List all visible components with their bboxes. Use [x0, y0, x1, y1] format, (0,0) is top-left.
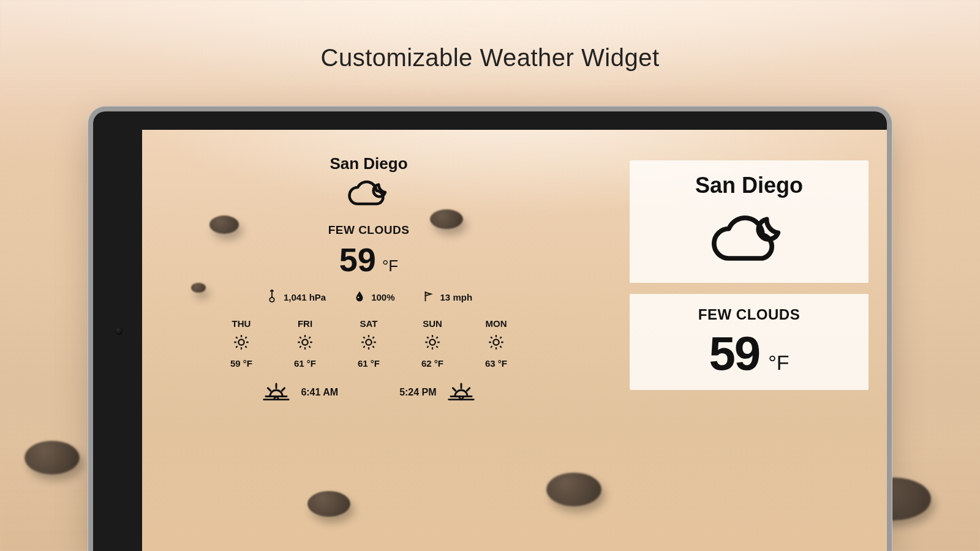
forecast-day-temp: 63 °F [485, 358, 507, 369]
forecast-day-temp: 62 °F [421, 358, 443, 369]
humidity-metric: 100% [353, 290, 394, 305]
city-name: San Diego [197, 154, 540, 173]
tablet-camera [115, 328, 123, 335]
current-temperature: 59 °F [639, 326, 859, 381]
cloud-moon-icon [639, 204, 859, 274]
temperature-unit: °F [768, 351, 789, 375]
current-temperature: 59 °F [197, 241, 540, 279]
sunrise: 6:41 AM [260, 381, 338, 404]
page-title: Customizable Weather Widget [0, 44, 980, 72]
svg-point-5 [429, 339, 435, 345]
wind-icon [422, 290, 435, 305]
cloud-moon-icon [197, 173, 540, 215]
temperature-value: 59 [339, 241, 376, 279]
tablet-frame: San Diego FEW CLOUDS 59 °F [93, 111, 887, 551]
sun-icon [296, 334, 314, 353]
card-conditions: FEW CLOUDS 59 °F [630, 294, 869, 390]
sunset-time: 5:24 PM [399, 387, 436, 398]
forecast-day-label: FRI [298, 318, 312, 329]
svg-point-6 [493, 339, 499, 345]
forecast-day-temp: 59 °F [230, 358, 252, 369]
sun-icon [233, 334, 250, 353]
sunset: 5:24 PM [399, 381, 477, 404]
sunrise-time: 6:41 AM [301, 387, 338, 398]
sun-icon [424, 334, 441, 353]
humidity-value: 100% [371, 292, 394, 302]
sunrise-icon [260, 381, 292, 404]
forecast-day-temp: 61 °F [358, 358, 380, 369]
weather-widget-transparent[interactable]: San Diego FEW CLOUDS 59 °F [197, 154, 540, 404]
city-name: San Diego [639, 173, 859, 198]
forecast-day-label: MON [486, 318, 507, 329]
svg-point-0 [270, 298, 274, 302]
tablet-screen: San Diego FEW CLOUDS 59 °F [142, 130, 887, 551]
thermometer-icon [265, 290, 279, 305]
pressure-value: 1,041 hPa [284, 292, 326, 302]
svg-point-4 [366, 339, 371, 345]
wind-value: 13 mph [440, 292, 473, 302]
forecast-day: THU 59 °F [219, 318, 264, 369]
forecast-day-label: SUN [423, 318, 442, 329]
forecast-day-label: SAT [360, 318, 378, 329]
forecast-day-label: THU [232, 318, 251, 329]
temperature-unit: °F [382, 257, 398, 276]
weather-widget-card[interactable]: San Diego FEW CLOUDS 59 °F [630, 160, 869, 390]
forecast-day: SUN 62 °F [410, 318, 455, 369]
svg-point-2 [238, 339, 244, 345]
forecast-day: SAT 61 °F [346, 318, 391, 369]
card-location: San Diego [630, 160, 869, 283]
svg-point-3 [302, 339, 307, 345]
svg-point-1 [358, 297, 360, 299]
sun-icon [488, 334, 505, 353]
condition-label: FEW CLOUDS [197, 223, 540, 237]
sunset-icon [445, 381, 477, 404]
forecast-row: THU 59 °F FRI 61 °F SAT 61 °F SUN [197, 318, 540, 369]
sun-icon [360, 334, 377, 353]
condition-label: FEW CLOUDS [639, 306, 859, 323]
forecast-day: MON 63 °F [473, 318, 519, 369]
temperature-value: 59 [709, 326, 760, 381]
pressure-metric: 1,041 hPa [265, 290, 326, 305]
wind-metric: 13 mph [422, 290, 473, 305]
forecast-day: FRI 61 °F [282, 318, 328, 369]
humidity-icon [353, 290, 366, 305]
forecast-day-temp: 61 °F [294, 358, 316, 369]
